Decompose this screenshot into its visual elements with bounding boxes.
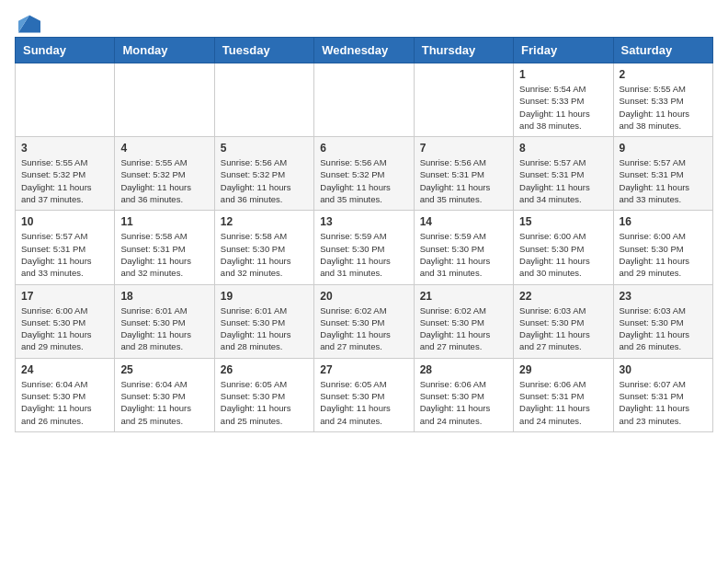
day-info: Sunrise: 6:05 AMSunset: 5:30 PMDaylight:… xyxy=(221,378,308,427)
day-info: Sunrise: 6:07 AMSunset: 5:31 PMDaylight:… xyxy=(620,378,707,427)
calendar-weekday-saturday: Saturday xyxy=(613,38,712,63)
day-info: Sunrise: 5:57 AMSunset: 5:31 PMDaylight:… xyxy=(519,156,607,205)
day-number: 30 xyxy=(620,363,707,376)
day-info: Sunrise: 5:58 AMSunset: 5:31 PMDaylight:… xyxy=(120,230,208,279)
day-number: 20 xyxy=(320,290,407,303)
logo-icon xyxy=(18,15,40,33)
calendar-weekday-wednesday: Wednesday xyxy=(314,38,414,63)
day-info: Sunrise: 5:55 AMSunset: 5:33 PMDaylight:… xyxy=(620,83,707,132)
day-info: Sunrise: 5:59 AMSunset: 5:30 PMDaylight:… xyxy=(420,230,507,279)
calendar-cell: 8Sunrise: 5:57 AMSunset: 5:31 PMDaylight… xyxy=(514,137,613,211)
calendar-cell: 2Sunrise: 5:55 AMSunset: 5:33 PMDaylight… xyxy=(613,63,712,137)
day-number: 4 xyxy=(120,142,208,155)
day-info: Sunrise: 5:58 AMSunset: 5:30 PMDaylight:… xyxy=(221,230,308,279)
calendar-header-row: SundayMondayTuesdayWednesdayThursdayFrid… xyxy=(16,38,713,63)
calendar-cell: 25Sunrise: 6:04 AMSunset: 5:30 PMDayligh… xyxy=(115,358,214,431)
day-number: 24 xyxy=(21,363,108,376)
calendar-cell: 21Sunrise: 6:02 AMSunset: 5:30 PMDayligh… xyxy=(414,284,513,358)
day-number: 25 xyxy=(120,363,208,376)
day-number: 2 xyxy=(620,68,707,81)
day-number: 19 xyxy=(221,290,308,303)
calendar-cell: 14Sunrise: 5:59 AMSunset: 5:30 PMDayligh… xyxy=(414,211,513,284)
calendar-week-row: 17Sunrise: 6:00 AMSunset: 5:30 PMDayligh… xyxy=(16,284,713,358)
calendar-cell: 17Sunrise: 6:00 AMSunset: 5:30 PMDayligh… xyxy=(16,284,115,358)
calendar-cell: 23Sunrise: 6:03 AMSunset: 5:30 PMDayligh… xyxy=(613,284,712,358)
calendar-cell: 28Sunrise: 6:06 AMSunset: 5:30 PMDayligh… xyxy=(414,358,513,431)
calendar-weekday-tuesday: Tuesday xyxy=(214,38,313,63)
calendar-cell: 12Sunrise: 5:58 AMSunset: 5:30 PMDayligh… xyxy=(214,211,313,284)
calendar-cell: 19Sunrise: 6:01 AMSunset: 5:30 PMDayligh… xyxy=(214,284,313,358)
day-number: 18 xyxy=(120,290,208,303)
calendar-table: SundayMondayTuesdayWednesdayThursdayFrid… xyxy=(15,37,713,432)
calendar-cell: 4Sunrise: 5:55 AMSunset: 5:32 PMDaylight… xyxy=(115,137,214,211)
calendar-cell: 6Sunrise: 5:56 AMSunset: 5:32 PMDaylight… xyxy=(314,137,414,211)
day-number: 6 xyxy=(320,142,407,155)
calendar-cell: 24Sunrise: 6:04 AMSunset: 5:30 PMDayligh… xyxy=(16,358,115,431)
calendar-cell: 11Sunrise: 5:58 AMSunset: 5:31 PMDayligh… xyxy=(115,211,214,284)
day-number: 10 xyxy=(21,215,108,228)
calendar-week-row: 10Sunrise: 5:57 AMSunset: 5:31 PMDayligh… xyxy=(16,211,713,284)
calendar-cell xyxy=(115,63,214,137)
day-number: 12 xyxy=(221,215,308,228)
day-number: 1 xyxy=(519,68,607,81)
day-info: Sunrise: 6:00 AMSunset: 5:30 PMDaylight:… xyxy=(620,230,707,279)
calendar-week-row: 1Sunrise: 5:54 AMSunset: 5:33 PMDaylight… xyxy=(16,63,713,137)
day-number: 16 xyxy=(620,215,707,228)
calendar-week-row: 3Sunrise: 5:55 AMSunset: 5:32 PMDaylight… xyxy=(16,137,713,211)
calendar-cell: 7Sunrise: 5:56 AMSunset: 5:31 PMDaylight… xyxy=(414,137,513,211)
day-info: Sunrise: 6:02 AMSunset: 5:30 PMDaylight:… xyxy=(320,304,407,353)
day-info: Sunrise: 5:55 AMSunset: 5:32 PMDaylight:… xyxy=(21,156,108,205)
calendar-cell: 29Sunrise: 6:06 AMSunset: 5:31 PMDayligh… xyxy=(514,358,613,431)
day-number: 28 xyxy=(420,363,507,376)
day-info: Sunrise: 5:57 AMSunset: 5:31 PMDaylight:… xyxy=(21,230,108,279)
day-info: Sunrise: 5:56 AMSunset: 5:32 PMDaylight:… xyxy=(221,156,308,205)
day-number: 13 xyxy=(320,215,407,228)
day-info: Sunrise: 6:03 AMSunset: 5:30 PMDaylight:… xyxy=(620,304,707,353)
calendar-cell: 15Sunrise: 6:00 AMSunset: 5:30 PMDayligh… xyxy=(514,211,613,284)
calendar-cell: 22Sunrise: 6:03 AMSunset: 5:30 PMDayligh… xyxy=(514,284,613,358)
day-info: Sunrise: 6:00 AMSunset: 5:30 PMDaylight:… xyxy=(21,304,108,353)
day-info: Sunrise: 5:59 AMSunset: 5:30 PMDaylight:… xyxy=(320,230,407,279)
day-number: 29 xyxy=(519,363,607,376)
day-number: 8 xyxy=(519,142,607,155)
day-number: 26 xyxy=(221,363,308,376)
day-number: 3 xyxy=(21,142,108,155)
day-number: 27 xyxy=(320,363,407,376)
calendar-cell: 1Sunrise: 5:54 AMSunset: 5:33 PMDaylight… xyxy=(514,63,613,137)
calendar-cell: 5Sunrise: 5:56 AMSunset: 5:32 PMDaylight… xyxy=(214,137,313,211)
day-info: Sunrise: 6:04 AMSunset: 5:30 PMDaylight:… xyxy=(120,378,208,427)
day-info: Sunrise: 6:01 AMSunset: 5:30 PMDaylight:… xyxy=(120,304,208,353)
calendar-cell: 18Sunrise: 6:01 AMSunset: 5:30 PMDayligh… xyxy=(115,284,214,358)
calendar-cell xyxy=(214,63,313,137)
day-info: Sunrise: 6:03 AMSunset: 5:30 PMDaylight:… xyxy=(519,304,607,353)
calendar-cell xyxy=(314,63,414,137)
calendar-weekday-monday: Monday xyxy=(115,38,214,63)
calendar-cell: 27Sunrise: 6:05 AMSunset: 5:30 PMDayligh… xyxy=(314,358,414,431)
day-number: 11 xyxy=(120,215,208,228)
calendar-cell xyxy=(414,63,513,137)
calendar-weekday-thursday: Thursday xyxy=(414,38,513,63)
calendar-weekday-friday: Friday xyxy=(514,38,613,63)
calendar-cell: 10Sunrise: 5:57 AMSunset: 5:31 PMDayligh… xyxy=(16,211,115,284)
day-info: Sunrise: 6:06 AMSunset: 5:31 PMDaylight:… xyxy=(519,378,607,427)
day-number: 23 xyxy=(620,290,707,303)
calendar-cell: 16Sunrise: 6:00 AMSunset: 5:30 PMDayligh… xyxy=(613,211,712,284)
calendar-cell: 20Sunrise: 6:02 AMSunset: 5:30 PMDayligh… xyxy=(314,284,414,358)
day-number: 14 xyxy=(420,215,507,228)
day-info: Sunrise: 6:00 AMSunset: 5:30 PMDaylight:… xyxy=(519,230,607,279)
day-number: 22 xyxy=(519,290,607,303)
day-number: 17 xyxy=(21,290,108,303)
day-info: Sunrise: 6:06 AMSunset: 5:30 PMDaylight:… xyxy=(420,378,507,427)
calendar-cell: 13Sunrise: 5:59 AMSunset: 5:30 PMDayligh… xyxy=(314,211,414,284)
day-number: 15 xyxy=(519,215,607,228)
page-header xyxy=(15,15,713,29)
calendar-week-row: 24Sunrise: 6:04 AMSunset: 5:30 PMDayligh… xyxy=(16,358,713,431)
day-info: Sunrise: 5:56 AMSunset: 5:31 PMDaylight:… xyxy=(420,156,507,205)
day-number: 9 xyxy=(620,142,707,155)
day-info: Sunrise: 6:05 AMSunset: 5:30 PMDaylight:… xyxy=(320,378,407,427)
day-info: Sunrise: 5:57 AMSunset: 5:31 PMDaylight:… xyxy=(620,156,707,205)
calendar-cell: 3Sunrise: 5:55 AMSunset: 5:32 PMDaylight… xyxy=(16,137,115,211)
calendar-weekday-sunday: Sunday xyxy=(16,38,115,63)
calendar-cell: 26Sunrise: 6:05 AMSunset: 5:30 PMDayligh… xyxy=(214,358,313,431)
calendar-cell xyxy=(16,63,115,137)
